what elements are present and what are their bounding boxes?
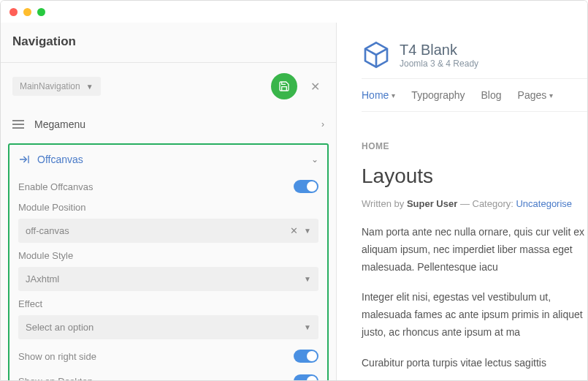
megamenu-label: Megamenu [34, 118, 321, 130]
panel-title: Navigation [12, 34, 324, 49]
offcanvas-header[interactable]: Offcanvas ⌄ [14, 145, 323, 174]
module-style-label: Module Style [14, 247, 323, 264]
navigation-selector[interactable]: MainNavigation ▼ [12, 77, 101, 96]
close-icon: ✕ [310, 80, 320, 93]
nav-home[interactable]: Home ▾ [362, 89, 395, 101]
chevron-down-icon: ▼ [304, 275, 311, 283]
window-maximize-icon[interactable] [37, 8, 45, 16]
paragraph-2: Integer elit nisi, egestas vel vestibulu… [362, 289, 587, 354]
megamenu-section[interactable]: Megamenu › [1, 108, 336, 140]
module-style-value: JAxhtml [26, 274, 304, 284]
module-position-label: Module Position [14, 199, 323, 216]
article-meta: Written by Super User — Category: Uncate… [362, 198, 587, 224]
chevron-down-icon: ▼ [304, 323, 311, 331]
window-minimize-icon[interactable] [23, 8, 31, 16]
effect-label: Effect [14, 295, 323, 312]
nav-blog[interactable]: Blog [481, 89, 502, 101]
nav-pages[interactable]: Pages ▾ [518, 89, 554, 101]
brand-subtitle: Joomla 3 & 4 Ready [400, 59, 478, 69]
module-position-value: off-canvas [26, 225, 290, 236]
panel-header: Navigation [1, 23, 336, 63]
offcanvas-panel: Offcanvas ⌄ Enable Offcanvas Module Posi… [8, 143, 329, 380]
nav-blog-label: Blog [481, 89, 502, 101]
paragraph-3: Curabitur porta turpis vitae lectus sagi… [362, 355, 587, 380]
category-link[interactable]: Uncategorise [516, 198, 572, 209]
show-right-toggle[interactable] [294, 350, 318, 363]
site-brand: T4 Blank Joomla 3 & 4 Ready [362, 23, 587, 78]
effect-select[interactable]: Select an option ▼ [18, 315, 318, 339]
effect-value: Select an option [26, 322, 304, 333]
module-position-select[interactable]: off-canvas ✕ ▼ [18, 219, 318, 243]
navigation-selector-label: MainNavigation [20, 81, 80, 91]
enable-offcanvas-label: Enable Offcanvas [18, 181, 294, 192]
author-name: Super User [407, 198, 457, 209]
offcanvas-icon [18, 154, 30, 165]
close-button[interactable]: ✕ [306, 75, 324, 98]
show-desktop-label: Show on Desktop [18, 376, 294, 381]
breadcrumb: HOME [362, 141, 587, 151]
show-right-label: Show on right side [18, 351, 294, 362]
module-style-select[interactable]: JAxhtml ▼ [18, 267, 318, 291]
window-close-icon[interactable] [9, 8, 18, 16]
written-by-label: Written by [362, 198, 407, 209]
chevron-right-icon: › [321, 119, 324, 129]
nav-typography[interactable]: Typography [411, 89, 465, 101]
nav-typography-label: Typography [411, 89, 465, 101]
save-button[interactable] [271, 73, 297, 99]
offcanvas-title: Offcanvas [37, 154, 311, 165]
brand-title: T4 Blank [400, 42, 478, 59]
nav-home-label: Home [362, 89, 389, 101]
chevron-down-icon: ▼ [304, 227, 311, 235]
cube-logo-icon [362, 40, 391, 69]
page-title: Layouts [362, 151, 587, 198]
chevron-down-icon: ▾ [549, 91, 553, 99]
chevron-down-icon: ⌄ [311, 154, 318, 165]
chevron-down-icon: ▼ [86, 83, 93, 91]
show-desktop-toggle[interactable] [294, 374, 318, 380]
category-label: — Category: [457, 198, 516, 209]
site-nav: Home ▾ Typography Blog Pages ▾ [362, 78, 587, 112]
chevron-down-icon: ▾ [392, 91, 395, 99]
clear-icon[interactable]: ✕ [290, 225, 298, 236]
menu-icon [12, 120, 24, 129]
nav-pages-label: Pages [518, 89, 547, 101]
save-icon [278, 80, 290, 92]
window-titlebar [1, 1, 587, 23]
enable-offcanvas-toggle[interactable] [294, 180, 318, 193]
paragraph-1: Nam porta ante nec nulla ornare, quis cu… [362, 224, 587, 289]
